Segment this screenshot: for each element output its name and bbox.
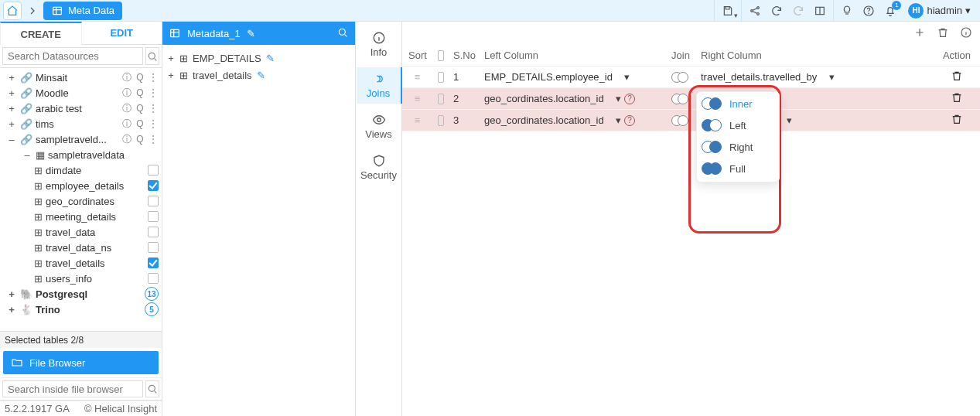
expand-icon[interactable]: + [6, 72, 17, 84]
table-meeting-details[interactable]: ⊞ meeting_details [3, 209, 159, 224]
ds-sampletraveldata[interactable]: – 🔗 sampletraveld... ⓘQ⋮ [3, 131, 159, 147]
checkbox[interactable] [148, 165, 159, 176]
chevron-down-icon[interactable]: ▾ [616, 93, 621, 104]
search-icon[interactable]: Q [135, 134, 145, 145]
drag-handle-icon[interactable]: ≡ [415, 71, 422, 83]
expand-icon[interactable]: + [6, 304, 17, 315]
info-icon[interactable]: ⓘ [121, 118, 132, 129]
table-travel-data-ns[interactable]: ⊞ travel_data_ns [3, 240, 159, 255]
tab-info[interactable]: Info [356, 26, 401, 63]
warning-icon[interactable]: ? [624, 94, 635, 104]
refresh-icon[interactable] [770, 4, 784, 18]
search-icon[interactable] [145, 380, 159, 397]
table-employee-details[interactable]: ⊞ employee_details [3, 178, 159, 193]
more-icon[interactable]: ⋮ [148, 103, 159, 114]
ds-tims[interactable]: + 🔗 tims ⓘQ⋮ [3, 116, 159, 131]
more-icon[interactable]: ⋮ [148, 72, 159, 83]
search-icon[interactable]: Q [135, 72, 145, 83]
checkbox[interactable] [148, 242, 159, 253]
ds-arabic-test[interactable]: + 🔗 arabic test ⓘQ⋮ [3, 101, 159, 116]
search-icon[interactable]: Q [135, 118, 145, 129]
schema-sampletraveldata[interactable]: – ▦ sampletraveldata [3, 147, 159, 162]
row-checkbox[interactable] [438, 94, 444, 104]
checkbox[interactable] [148, 273, 159, 284]
tab-joins[interactable]: Joins [357, 67, 402, 104]
row-checkbox[interactable] [438, 72, 444, 83]
expand-icon[interactable]: + [6, 87, 17, 99]
tab-create[interactable]: CREATE [0, 22, 82, 45]
info-icon[interactable] [960, 26, 972, 41]
join-type-button[interactable] [670, 70, 691, 84]
chevron-down-icon[interactable]: ▾ [829, 71, 835, 83]
info-icon[interactable]: ⓘ [121, 134, 132, 145]
join-option-right[interactable]: Right [702, 140, 774, 154]
file-browser-button[interactable]: File Browser [3, 351, 159, 374]
search-datasources-input[interactable] [2, 47, 143, 65]
expand-icon[interactable]: + [167, 53, 175, 64]
bell-icon[interactable]: 1 [883, 4, 897, 18]
table-travel-details[interactable]: ⊞ travel_details [3, 255, 159, 271]
idea-icon[interactable] [840, 4, 854, 18]
row-checkbox[interactable] [438, 115, 444, 126]
search-icon[interactable]: Q [135, 87, 145, 98]
info-icon[interactable]: ⓘ [121, 72, 132, 83]
expand-icon[interactable]: + [167, 70, 175, 81]
edit-icon[interactable]: ✎ [247, 28, 255, 39]
add-icon[interactable] [913, 26, 926, 41]
drag-handle-icon[interactable]: ≡ [415, 93, 422, 104]
checkbox[interactable] [148, 257, 159, 268]
help-icon[interactable] [862, 4, 876, 18]
ds-postgresql[interactable]: + 🐘 Postgresql 13 [3, 286, 159, 302]
checkbox[interactable] [148, 227, 159, 237]
tab-views[interactable]: Views [356, 108, 401, 145]
join-type-button[interactable] [670, 92, 691, 106]
table-geo-cordinates[interactable]: ⊞ geo_cordinates [3, 193, 159, 209]
panel-icon[interactable] [813, 4, 827, 18]
expand-icon[interactable]: + [6, 103, 17, 114]
delete-row-icon[interactable] [951, 70, 963, 84]
home-icon[interactable] [3, 2, 22, 20]
tab-edit[interactable]: EDIT [82, 22, 162, 45]
breadcrumb-metadata[interactable]: Meta Data [43, 2, 122, 20]
checkbox[interactable] [148, 196, 159, 206]
more-icon[interactable]: ⋮ [148, 134, 159, 145]
ds-moodle[interactable]: + 🔗 Moodle ⓘQ⋮ [3, 85, 159, 101]
expand-icon[interactable]: + [6, 118, 17, 130]
share-icon[interactable] [748, 4, 762, 18]
edit-icon[interactable]: ✎ [257, 70, 265, 81]
delete-row-icon[interactable] [951, 113, 963, 128]
checkbox[interactable] [148, 211, 159, 222]
metadata-item-travel-details[interactable]: + ⊞ travel_details ✎ [167, 66, 350, 84]
chevron-down-icon[interactable]: ▾ [624, 71, 630, 83]
chevron-down-icon[interactable]: ▾ [616, 114, 621, 126]
join-option-inner[interactable]: Inner [702, 97, 774, 111]
user-menu[interactable]: HI hiadmin ▾ [903, 3, 975, 19]
delete-icon[interactable] [937, 26, 949, 41]
join-option-left[interactable]: Left [702, 118, 774, 132]
drag-handle-icon[interactable]: ≡ [415, 114, 422, 126]
save-icon[interactable]: ▾ [721, 4, 735, 18]
table-dimdate[interactable]: ⊞ dimdate [3, 162, 159, 178]
tab-security[interactable]: Security [356, 149, 401, 186]
expand-icon[interactable]: + [6, 288, 17, 300]
info-icon[interactable]: ⓘ [121, 103, 132, 114]
search-icon[interactable]: Q [135, 103, 145, 114]
metadata-item-emp-details[interactable]: + ⊞ EMP_DETAILS ✎ [167, 49, 350, 66]
chevron-down-icon[interactable]: ▾ [787, 114, 792, 126]
edit-icon[interactable]: ✎ [266, 53, 275, 64]
ds-minsait[interactable]: + 🔗 Minsait ⓘQ⋮ [3, 70, 159, 85]
join-type-button[interactable] [670, 114, 691, 128]
file-search-input[interactable] [2, 380, 143, 397]
collapse-icon[interactable]: – [6, 134, 17, 145]
select-all-checkbox[interactable] [438, 50, 444, 61]
delete-row-icon[interactable] [951, 91, 963, 106]
checkbox[interactable] [148, 180, 159, 191]
more-icon[interactable]: ⋮ [148, 118, 159, 129]
join-option-full[interactable]: Full [702, 162, 774, 176]
search-icon[interactable] [145, 47, 159, 65]
info-icon[interactable]: ⓘ [121, 87, 132, 98]
warning-icon[interactable]: ? [624, 115, 635, 126]
search-icon[interactable] [336, 26, 349, 41]
more-icon[interactable]: ⋮ [148, 87, 159, 98]
ds-trino[interactable]: + 🐇 Trino 5 [3, 302, 159, 317]
